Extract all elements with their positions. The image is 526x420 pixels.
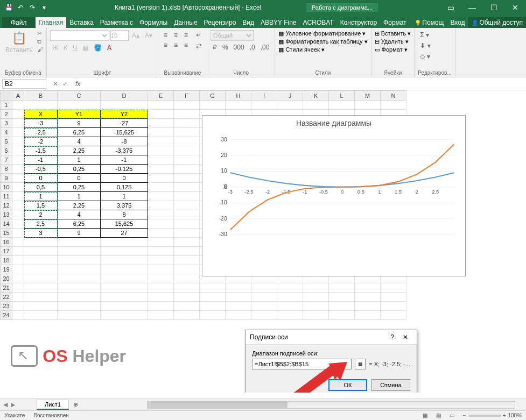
cell-B11[interactable]: 1 (24, 192, 58, 201)
cell-E17[interactable] (148, 247, 174, 256)
ok-button[interactable]: ОК (328, 379, 367, 391)
cell-A17[interactable] (12, 247, 24, 256)
cell-E11[interactable] (148, 192, 174, 201)
cell-B16[interactable] (24, 238, 58, 247)
underline-icon[interactable]: Ч (71, 43, 79, 53)
cell-E22[interactable] (148, 293, 174, 302)
cell-H23[interactable] (226, 302, 251, 311)
sheet-tab[interactable]: Лист1 (37, 400, 69, 410)
clear-icon[interactable]: ◇ ▾ (418, 52, 432, 61)
chart-title[interactable]: Название диаграммы (202, 116, 465, 131)
cell-K24[interactable] (303, 311, 329, 320)
undo-icon[interactable]: ↶ (16, 4, 25, 11)
cell-C20[interactable] (58, 274, 101, 283)
redo-icon[interactable]: ↷ (28, 4, 37, 11)
cell-C2[interactable]: Y1 (58, 110, 101, 119)
cell-B3[interactable]: -3 (24, 119, 58, 128)
tab-share[interactable]: Общий доступ (468, 17, 526, 28)
cell-C11[interactable]: 1 (58, 192, 101, 201)
collapse-dialog-icon[interactable]: ▦ (355, 359, 366, 369)
add-sheet-icon[interactable]: ⊕ (69, 401, 82, 408)
embedded-chart[interactable]: Название диаграммы -30-20-100102030X-3-2… (202, 115, 466, 276)
insert-cells-button[interactable]: ⊞ Вставить ▾ (375, 30, 411, 37)
cell-A1[interactable] (12, 101, 24, 110)
view-normal-icon[interactable]: ▦ (423, 412, 427, 418)
cell-M22[interactable] (355, 293, 381, 302)
cell-F5[interactable] (174, 137, 200, 146)
tab-ABBYY Fine[interactable]: ABBYY Fine (257, 17, 299, 28)
cell-A24[interactable] (12, 311, 24, 320)
cell-F9[interactable] (174, 174, 200, 183)
cell-C15[interactable]: 9 (58, 229, 101, 238)
dec-decimal-icon[interactable]: ,00 (258, 42, 272, 52)
cell-F18[interactable] (174, 256, 200, 265)
close-icon[interactable]: ✕ (504, 3, 526, 12)
col-header-L[interactable]: L (329, 91, 355, 101)
fill-color-icon[interactable]: 🪣 (92, 43, 104, 53)
cell-G23[interactable] (200, 302, 226, 311)
cell-A6[interactable] (12, 146, 24, 155)
cell-C7[interactable]: 1 (58, 155, 101, 165)
row-header-22[interactable]: 22 (1, 293, 12, 302)
row-header-14[interactable]: 14 (1, 219, 12, 229)
cell-F19[interactable] (174, 265, 200, 274)
cell-D19[interactable] (101, 265, 148, 274)
cut-icon[interactable]: ✂ (37, 30, 43, 37)
cell-B1[interactable] (24, 101, 58, 110)
row-header-23[interactable]: 23 (1, 302, 12, 311)
cell-G24[interactable] (200, 311, 226, 320)
cell-C6[interactable]: 2,25 (58, 146, 101, 155)
cell-A9[interactable] (12, 174, 24, 183)
cell-E7[interactable] (148, 155, 174, 165)
cell-J22[interactable] (277, 293, 303, 302)
cell-A20[interactable] (12, 274, 24, 283)
row-header-15[interactable]: 15 (1, 229, 12, 238)
ribbon-opts-icon[interactable]: ▭ (440, 3, 461, 12)
cell-D17[interactable] (101, 247, 148, 256)
currency-icon[interactable]: ₽ (211, 42, 219, 52)
cell-A8[interactable] (12, 165, 24, 174)
cell-D14[interactable]: 15,625 (101, 219, 148, 229)
cell-A7[interactable] (12, 155, 24, 165)
tab-Рецензиро[interactable]: Рецензиро (201, 17, 240, 28)
row-header-13[interactable]: 13 (1, 210, 12, 219)
col-header-K[interactable]: K (303, 91, 329, 101)
cell-D9[interactable]: 0 (101, 174, 148, 183)
cell-A4[interactable] (12, 128, 24, 137)
cell-E9[interactable] (148, 174, 174, 183)
save-icon[interactable]: 💾 (4, 4, 13, 11)
row-header-8[interactable]: 8 (1, 165, 12, 174)
cell-E16[interactable] (148, 238, 174, 247)
cell-D10[interactable]: 0,125 (101, 183, 148, 192)
cell-F1[interactable] (174, 101, 200, 110)
row-header-11[interactable]: 11 (1, 192, 12, 201)
col-header-G[interactable]: G (200, 91, 226, 101)
cell-H21[interactable] (226, 283, 251, 293)
cell-L1[interactable] (329, 101, 355, 110)
cell-B9[interactable]: 0 (24, 174, 58, 183)
cell-A22[interactable] (12, 293, 24, 302)
col-header-M[interactable]: M (355, 91, 381, 101)
cell-D21[interactable] (101, 283, 148, 293)
align-top-icon[interactable]: ≡ (162, 30, 171, 40)
cell-H22[interactable] (226, 293, 251, 302)
decrease-font-icon[interactable]: A▾ (143, 31, 155, 40)
cell-F10[interactable] (174, 183, 200, 192)
cell-F11[interactable] (174, 192, 200, 201)
row-header-19[interactable]: 19 (1, 265, 12, 274)
cell-B23[interactable] (24, 302, 58, 311)
row-header-1[interactable]: 1 (1, 101, 12, 110)
align-right-icon[interactable]: ≡ (182, 40, 192, 50)
cell-F4[interactable] (174, 128, 200, 137)
cell-B21[interactable] (24, 283, 58, 293)
cell-D4[interactable]: -15,625 (101, 128, 148, 137)
cell-A2[interactable] (12, 110, 24, 119)
tab-Формат[interactable]: Формат (380, 17, 410, 28)
cell-D11[interactable]: 1 (101, 192, 148, 201)
cell-D23[interactable] (101, 302, 148, 311)
cell-M21[interactable] (355, 283, 381, 293)
tab-Разметка с[interactable]: Разметка с (97, 17, 136, 28)
cell-L24[interactable] (329, 311, 355, 320)
cell-A3[interactable] (12, 119, 24, 128)
tab-Вставка[interactable]: Вставка (66, 17, 97, 28)
